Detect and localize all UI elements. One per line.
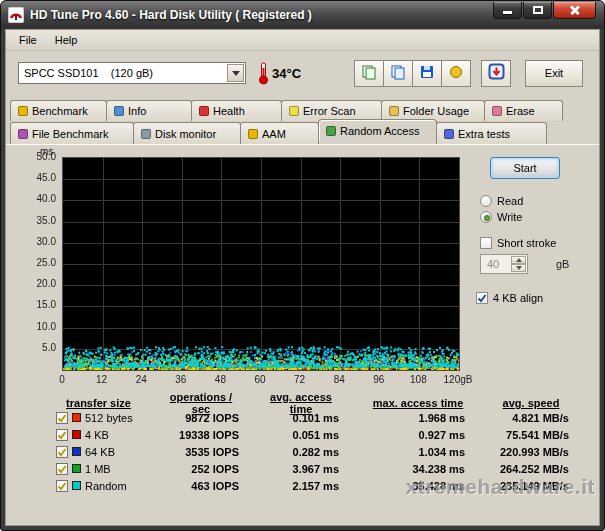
menu-item-file[interactable]: File — [10, 32, 46, 48]
avg-speed-cell: 264.252 MB/s — [493, 463, 600, 475]
tab-label: Erase — [506, 105, 542, 117]
menu-bar: FileHelp — [6, 30, 599, 51]
drive-selector[interactable]: SPCC SSD101 (120 gB) — [18, 62, 246, 84]
random-access-panel: ms 5.010.015.020.025.030.035.040.045.050… — [6, 144, 599, 526]
x-axis-tick: 120gB — [444, 374, 473, 385]
minimize-button[interactable] — [493, 2, 522, 19]
tab-erase[interactable]: Erase — [484, 100, 563, 121]
operations-cell: 19338 IOPS — [163, 429, 263, 441]
tab-extra-tests[interactable]: Extra tests — [436, 122, 547, 144]
table-header-5: avg. speed — [493, 397, 600, 409]
transfer-size-cell: 64 KB — [8, 446, 163, 458]
titlebar: HD Tune Pro 4.60 - Hard Disk Utility ( R… — [1, 1, 604, 28]
avg-access-cell: 2.157 ms — [263, 480, 371, 492]
table-row: Random463 IOPS2.157 ms35.428 ms235.149 M… — [8, 477, 600, 494]
transfer-size-label: 512 bytes — [85, 412, 133, 424]
series-color-swatch — [72, 464, 81, 473]
short-stroke-checkbox[interactable]: Short stroke — [480, 237, 600, 249]
max-access-cell: 1.968 ms — [371, 412, 493, 424]
tab-file-benchmark[interactable]: File Benchmark — [10, 122, 134, 144]
window-controls — [493, 2, 596, 19]
menu-items: FileHelp — [10, 32, 86, 48]
close-button[interactable] — [553, 2, 596, 19]
tab-label: File Benchmark — [32, 128, 115, 140]
folder-usage-icon — [389, 106, 399, 116]
x-axis-tick: 36 — [175, 374, 186, 385]
y-axis-tick: 35.0 — [6, 215, 56, 226]
tab-strip: BenchmarkInfoHealthError ScanFolder Usag… — [6, 95, 599, 144]
transfer-size-cell: Random — [8, 480, 163, 492]
health-icon — [199, 106, 209, 116]
benchmark-icon — [18, 106, 28, 116]
app-icon — [8, 7, 24, 23]
transfer-size-cell: 4 KB — [8, 429, 163, 441]
update-button[interactable] — [481, 60, 511, 87]
x-axis-tick: 0 — [59, 374, 65, 385]
access-time-chart — [62, 157, 460, 371]
stroke-size-input[interactable]: 40 — [480, 254, 528, 274]
x-axis-tick: 12 — [96, 374, 107, 385]
max-access-cell: 34.238 ms — [371, 463, 493, 475]
read-radio[interactable]: Read — [480, 195, 600, 207]
table-row: 512 bytes9872 IOPS0.101 ms1.968 ms4.821 … — [8, 409, 600, 426]
file-benchmark-icon — [18, 129, 28, 139]
tab-aam[interactable]: AAM — [240, 122, 319, 144]
spin-down-button[interactable] — [511, 264, 526, 272]
spin-up-button[interactable] — [511, 256, 526, 264]
results-table: transfer sizeoperations / secavg. access… — [8, 391, 600, 494]
row-checkbox[interactable] — [56, 429, 68, 441]
error-scan-icon — [289, 106, 299, 116]
tab-random-access[interactable]: Random Access — [318, 119, 437, 141]
save-icon — [419, 64, 435, 83]
y-axis-tick: 5.0 — [6, 342, 56, 353]
series-color-swatch — [72, 413, 81, 422]
save-button[interactable] — [412, 60, 442, 87]
copy-screenshot-button[interactable] — [354, 60, 384, 87]
maximize-button[interactable] — [523, 2, 552, 19]
tab-error-scan[interactable]: Error Scan — [281, 100, 382, 121]
minimize-icon — [503, 11, 512, 14]
tab-label: Error Scan — [303, 105, 363, 117]
exit-button[interactable]: Exit — [525, 60, 583, 87]
tab-disk-monitor[interactable]: Disk monitor — [133, 122, 241, 144]
row-checkbox[interactable] — [56, 463, 68, 475]
controls-panel: Start Read Write Short stroke 40 — [464, 157, 600, 304]
avg-speed-cell: 220.993 MB/s — [493, 446, 600, 458]
row-checkbox[interactable] — [56, 480, 68, 492]
x-axis-tick: 72 — [294, 374, 305, 385]
x-axis-tick: 24 — [136, 374, 147, 385]
read-radio-label: Read — [497, 195, 523, 207]
avg-access-cell: 0.051 ms — [263, 429, 371, 441]
write-radio[interactable]: Write — [480, 211, 600, 223]
avg-access-cell: 0.101 ms — [263, 412, 371, 424]
series-color-swatch — [72, 430, 81, 439]
stroke-unit-label: gB — [556, 258, 569, 270]
write-radio-label: Write — [497, 211, 522, 223]
copy-clipboard-button[interactable] — [383, 60, 413, 87]
avg-access-cell: 0.282 ms — [263, 446, 371, 458]
table-body: 512 bytes9872 IOPS0.101 ms1.968 ms4.821 … — [8, 409, 600, 494]
tab-benchmark[interactable]: Benchmark — [10, 100, 107, 121]
align-checkbox[interactable]: 4 KB align — [476, 292, 600, 304]
tab-label: Disk monitor — [155, 128, 223, 140]
menu-item-help[interactable]: Help — [46, 32, 87, 48]
copy-screenshot-icon — [361, 64, 377, 83]
tab-info[interactable]: Info — [106, 100, 192, 121]
capture-button[interactable] — [441, 60, 471, 87]
dropdown-arrow-icon[interactable] — [227, 64, 244, 82]
align-label: 4 KB align — [493, 292, 543, 304]
tab-folder-usage[interactable]: Folder Usage — [381, 100, 485, 121]
tab-label: AAM — [262, 128, 293, 140]
row-checkbox[interactable] — [56, 446, 68, 458]
tab-label: Random Access — [340, 125, 426, 137]
series-color-swatch — [72, 447, 81, 456]
toolbar-button-group — [354, 60, 471, 87]
radio-icon — [480, 195, 492, 207]
row-checkbox[interactable] — [56, 412, 68, 424]
start-button[interactable]: Start — [490, 157, 560, 179]
avg-speed-cell: 4.821 MB/s — [493, 412, 600, 424]
tab-label: Folder Usage — [403, 105, 476, 117]
radio-selected-icon — [480, 211, 492, 223]
tab-health[interactable]: Health — [191, 100, 282, 121]
x-axis-tick: 48 — [215, 374, 226, 385]
